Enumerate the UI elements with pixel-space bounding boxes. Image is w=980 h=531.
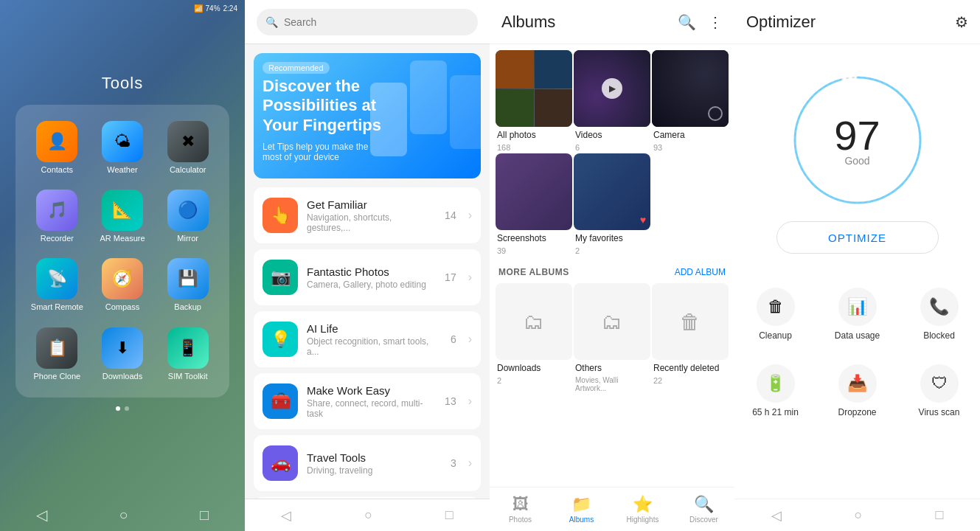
apps-grid: 👤Contacts🌤Weather✖Calculator🎵Recorder📐AR… [27,117,218,386]
albums-header: Albums 🔍 ⋮ [490,0,734,44]
app-item-backup[interactable]: 💾Backup [158,254,218,316]
app-item-smart-remote[interactable]: 📡Smart Remote [27,254,87,316]
opt-tool-icon-virus-scan: 🛡 [920,364,959,403]
banner-subtitle: Let Tips help you make the most of your … [263,142,380,162]
app-label-phone-clone: Phone Clone [34,372,81,381]
tip-count-make-work-easy: 13 [445,395,456,407]
app-item-mirror[interactable]: 🔵Mirror [158,185,218,248]
app-item-recorder[interactable]: 🎵Recorder [27,185,87,248]
search-box[interactable]: 🔍 [257,9,478,35]
optimizer-settings-icon[interactable]: ⚙ [955,13,968,31]
optimizer-tool-dropzone[interactable]: 📥 Dropzone [816,353,898,429]
tips-nav-recents[interactable]: □ [445,507,453,523]
panel-albums: Albums 🔍 ⋮ All photos 168 [490,0,734,531]
tip-content-make-work-easy: Make Work Easy Share, connect, record, m… [307,384,436,419]
back-icon[interactable]: ◁ [36,506,47,524]
downloads-count: 2 [496,376,572,385]
tip-count-ai-life: 6 [451,333,456,345]
album-others[interactable]: 🗂 Others Movies, Walli Artwork... [574,283,650,392]
album-thumb-videos: ▶ [574,50,650,127]
nav-highlights[interactable]: ⭐ Highlights [612,495,673,524]
app-icon-mirror: 🔵 [167,190,209,231]
app-label-sim-toolkit: SIM Toolkit [168,372,208,381]
app-item-weather[interactable]: 🌤Weather [93,117,153,179]
album-videos[interactable]: ▶ Videos 6 [574,50,650,152]
optimizer-tool-blocked[interactable]: 📞 Blocked [898,276,980,353]
app-icon-backup: 💾 [167,258,209,299]
optimize-button[interactable]: OPTIMIZE [776,221,939,254]
app-item-calculator[interactable]: ✖Calculator [158,117,218,179]
tip-title-get-familiar: Get Familiar [307,198,436,211]
app-label-recorder: Recorder [41,234,74,243]
optimizer-tool-battery[interactable]: 🔋 65 h 21 min [734,353,816,429]
opt-tool-icon-battery: 🔋 [757,364,795,403]
app-item-phone-clone[interactable]: 📋Phone Clone [27,323,87,386]
tip-item-fantastic-photos[interactable]: 📷 Fantastic Photos Camera, Gallery, phot… [254,249,481,305]
downloads-name: Downloads [496,363,572,373]
app-item-ar-measure[interactable]: 📐AR Measure [93,185,153,248]
tips-nav-back[interactable]: ◁ [281,507,291,524]
albums-more-icon[interactable]: ⋮ [708,13,723,31]
tips-nav-bar: ◁ ○ □ [245,499,490,531]
album-thumb-screenshots [496,153,572,230]
others-subtitle: Movies, Walli Artwork... [574,376,650,392]
optimizer-tool-cleanup[interactable]: 🗑 Cleanup [734,276,816,353]
album-favorites[interactable]: ♥ My favorites 2 [574,153,650,255]
optimizer-nav-bar: ◁ ○ □ [734,499,980,531]
tip-title-make-work-easy: Make Work Easy [307,384,436,397]
search-icon: 🔍 [265,16,278,28]
home-icon[interactable]: ○ [119,507,128,524]
tips-nav-home[interactable]: ○ [364,507,372,523]
app-icon-weather: 🌤 [102,121,143,162]
album-screenshots[interactable]: Screenshots 39 [496,153,572,255]
tip-item-travel-tools[interactable]: 🚗 Travel Tools Driving, traveling 3 › [254,435,481,491]
album-downloads[interactable]: 🗂 Downloads 2 [496,283,572,392]
app-icon-ar-measure: 📐 [102,190,143,231]
more-albums-grid: 🗂 Downloads 2 🗂 Others Movies, Walli Art… [490,283,734,392]
tips-list: 👆 Get Familiar Navigation, shortcuts, ge… [245,187,490,499]
albums-search-icon[interactable]: 🔍 [678,13,696,31]
tip-content-fantastic-photos: Fantastic Photos Camera, Gallery, photo … [307,266,436,290]
app-label-ar-measure: AR Measure [100,234,145,243]
app-item-compass[interactable]: 🧭Compass [93,254,153,316]
optimizer-tool-data-usage[interactable]: 📊 Data usage [816,276,898,353]
nav-discover[interactable]: 🔍 Discover [673,495,734,524]
tip-item-get-familiar[interactable]: 👆 Get Familiar Navigation, shortcuts, ge… [254,187,481,243]
tip-icon-fantastic-photos: 📷 [263,260,298,295]
add-album-button[interactable]: ADD ALBUM [675,267,726,277]
folder-icon-others: 🗂 [602,310,622,334]
optimizer-nav-recents[interactable]: □ [936,507,944,523]
album-recently-deleted[interactable]: 🗑 Recently deleted 22 [652,283,729,392]
tools-battery: 74% [206,4,220,13]
tip-item-ai-life[interactable]: 💡 AI Life Object recognition, smart tool… [254,311,481,367]
nav-albums[interactable]: 📁 Albums [551,495,612,524]
tip-icon-get-familiar: 👆 [263,198,298,233]
tips-header: 🔍 [245,0,490,44]
recents-icon[interactable]: □ [200,507,209,524]
app-label-calculator: Calculator [170,165,206,175]
app-item-downloads[interactable]: ⬇Downloads [93,323,153,386]
app-item-contacts[interactable]: 👤Contacts [27,117,87,179]
optimizer-nav-home[interactable]: ○ [855,507,863,523]
album-name-all-photos: All photos [496,130,572,140]
opt-tool-label-battery: 65 h 21 min [752,407,799,417]
app-label-weather: Weather [107,165,137,175]
albums-nav-bar: 🖼 Photos 📁 Albums ⭐ Highlights 🔍 Discove… [490,487,734,531]
tip-title-fantastic-photos: Fantastic Photos [307,266,436,278]
tip-item-make-work-easy[interactable]: 🧰 Make Work Easy Share, connect, record,… [254,373,481,429]
tips-banner[interactable]: Recommended Discover the Possibilities a… [254,53,481,178]
albums-nav-icon: 📁 [571,495,591,514]
album-camera[interactable]: Camera 93 [652,50,729,152]
optimizer-nav-back[interactable]: ◁ [771,507,782,524]
nav-photos[interactable]: 🖼 Photos [490,495,551,524]
album-all-photos[interactable]: All photos 168 [496,50,572,152]
chevron-icon-ai-life: › [468,333,472,346]
app-item-sim-toolkit[interactable]: 📱SIM Toolkit [158,323,218,386]
app-icon-phone-clone: 📋 [36,327,77,369]
tip-title-ai-life: AI Life [307,322,442,335]
search-input[interactable] [284,16,469,28]
recently-deleted-name: Recently deleted [652,363,729,373]
tip-count-fantastic-photos: 17 [445,271,456,283]
optimizer-tool-virus-scan[interactable]: 🛡 Virus scan [898,353,980,429]
more-albums-header: MORE ALBUMS ADD ALBUM [490,261,734,283]
